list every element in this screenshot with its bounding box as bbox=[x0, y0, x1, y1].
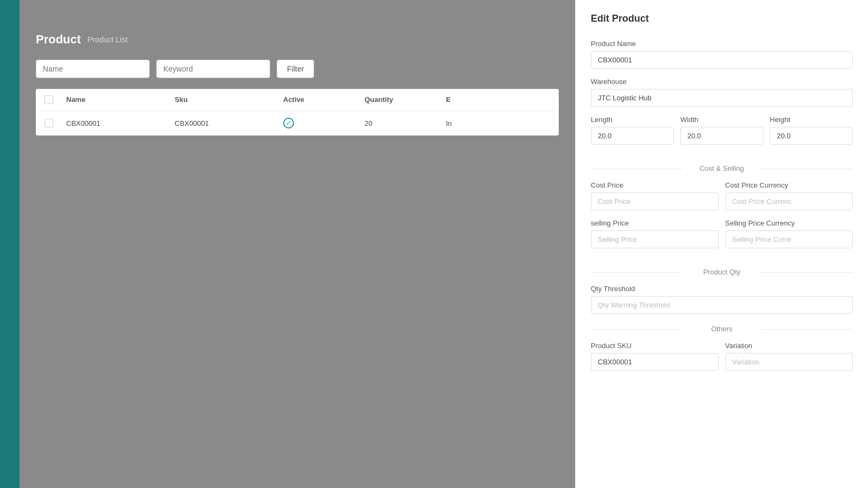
warehouse-label: Warehouse bbox=[591, 78, 853, 86]
active-column-header: Active bbox=[283, 95, 365, 104]
row-name: CBX00001 bbox=[66, 119, 175, 127]
sku-variation-row: Product SKU Variation bbox=[591, 342, 853, 380]
selling-price-label: selling Price bbox=[591, 219, 719, 227]
product-sku-group: Product SKU bbox=[591, 342, 719, 371]
row-extra: In bbox=[446, 119, 489, 127]
page-title: Product bbox=[36, 33, 81, 47]
qty-threshold-input[interactable] bbox=[591, 296, 853, 314]
width-label: Width bbox=[680, 115, 763, 124]
panel-title: Edit Product bbox=[591, 13, 853, 24]
cost-price-row: Cost Price Cost Price Currency bbox=[591, 181, 853, 219]
row-checkbox[interactable] bbox=[44, 119, 66, 127]
others-section: Others bbox=[591, 325, 853, 333]
cost-price-currency-label: Cost Price Currency bbox=[725, 181, 853, 189]
quantity-column-header: Quantity bbox=[365, 95, 446, 104]
variation-group: Variation bbox=[725, 342, 853, 371]
filter-button[interactable]: Filter bbox=[277, 60, 314, 78]
selling-price-input[interactable] bbox=[591, 230, 719, 248]
variation-label: Variation bbox=[725, 342, 853, 350]
cost-price-currency-group: Cost Price Currency bbox=[725, 181, 853, 210]
warehouse-group: Warehouse bbox=[591, 78, 853, 107]
cost-selling-section: Cost & Selling bbox=[591, 164, 853, 172]
product-qty-section: Product Qty bbox=[591, 268, 853, 276]
variation-input[interactable] bbox=[725, 353, 853, 371]
length-label: Length bbox=[591, 115, 674, 124]
name-search-input[interactable] bbox=[36, 60, 150, 78]
name-column-header: Name bbox=[66, 95, 175, 104]
main-content: Product Product List Filter Name Sku Act… bbox=[20, 0, 575, 488]
product-sku-label: Product SKU bbox=[591, 342, 719, 350]
cost-price-input[interactable] bbox=[591, 192, 719, 210]
product-name-input[interactable] bbox=[591, 51, 853, 69]
row-active: ✓ bbox=[283, 118, 365, 129]
sidebar bbox=[0, 0, 20, 488]
selling-price-currency-input[interactable] bbox=[725, 230, 853, 248]
sku-column-header: Sku bbox=[175, 95, 283, 104]
page-header: Product Product List bbox=[36, 33, 559, 47]
selling-price-row: selling Price Selling Price Currency bbox=[591, 219, 853, 257]
qty-threshold-group: Qty Threshold bbox=[591, 285, 853, 314]
checkbox-header bbox=[44, 95, 66, 104]
toolbar: Filter bbox=[36, 60, 559, 78]
selling-price-group: selling Price bbox=[591, 219, 719, 248]
height-input[interactable] bbox=[770, 127, 853, 145]
row-sku: CBX00001 bbox=[175, 119, 283, 127]
keyword-search-input[interactable] bbox=[156, 60, 270, 78]
product-sku-input[interactable] bbox=[591, 353, 719, 371]
edit-product-panel: Edit Product Product Name Warehouse Leng… bbox=[575, 0, 868, 488]
cost-price-label: Cost Price bbox=[591, 181, 719, 189]
selling-price-currency-label: Selling Price Currency bbox=[725, 219, 853, 227]
table-row[interactable]: CBX00001 CBX00001 ✓ 20 In bbox=[36, 111, 559, 136]
height-group: Height bbox=[770, 115, 853, 145]
product-name-group: Product Name bbox=[591, 40, 853, 69]
table-header: Name Sku Active Quantity E bbox=[36, 89, 559, 111]
select-all-checkbox[interactable] bbox=[44, 95, 53, 104]
length-input[interactable] bbox=[591, 127, 674, 145]
extra-column-header: E bbox=[446, 95, 489, 104]
width-group: Width bbox=[680, 115, 763, 145]
height-label: Height bbox=[770, 115, 853, 124]
active-status-icon: ✓ bbox=[283, 118, 294, 129]
width-input[interactable] bbox=[680, 127, 763, 145]
product-table: Name Sku Active Quantity E CBX00001 CBX0… bbox=[36, 89, 559, 136]
length-group: Length bbox=[591, 115, 674, 145]
breadcrumb: Product List bbox=[87, 35, 127, 44]
product-name-label: Product Name bbox=[591, 40, 853, 48]
qty-threshold-label: Qty Threshold bbox=[591, 285, 853, 293]
warehouse-input[interactable] bbox=[591, 89, 853, 107]
cost-price-currency-input[interactable] bbox=[725, 192, 853, 210]
selling-price-currency-group: Selling Price Currency bbox=[725, 219, 853, 248]
dimensions-row: Length Width Height bbox=[591, 115, 853, 153]
cost-price-group: Cost Price bbox=[591, 181, 719, 210]
row-quantity: 20 bbox=[365, 119, 446, 127]
